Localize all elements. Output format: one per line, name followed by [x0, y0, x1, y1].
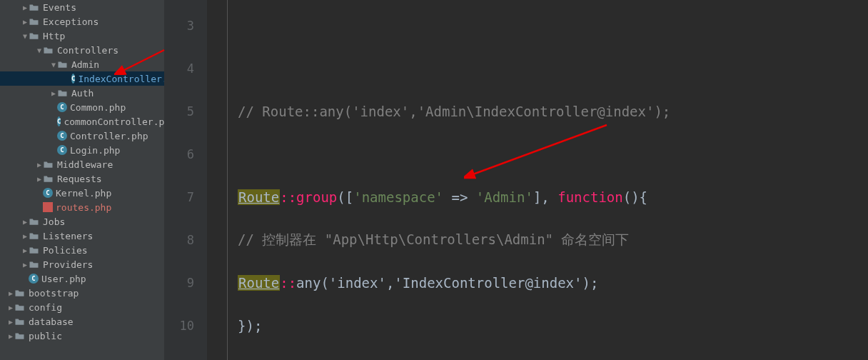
folder-icon [14, 302, 26, 312]
project-tree[interactable]: ▶ Events ▶ Exceptions ▼ Http ▼ Controlle… [0, 0, 164, 360]
folder-icon [29, 259, 40, 269]
tree-row-controllers[interactable]: ▼ Controllers [0, 43, 164, 57]
token-route: Route [238, 275, 280, 291]
token-tail: (){ [623, 189, 647, 205]
token-route: Route [238, 189, 280, 205]
tree-label: Providers [43, 259, 93, 270]
tree-label: config [29, 302, 62, 313]
chevron-right-icon: ▶ [21, 246, 29, 254]
line-number: 10 [164, 304, 194, 347]
code-line-5[interactable]: // Route::any('index','Admin\IndexContro… [228, 90, 868, 133]
tree-label: Kernel.php [56, 188, 111, 199]
code-line-7[interactable]: Route::group(['namespace' => 'Admin'], f… [228, 176, 868, 219]
folder-icon [14, 316, 26, 326]
tree-label: Jobs [43, 216, 65, 227]
tree-label: Common.php [70, 102, 126, 113]
token-nskey: 'namespace' [353, 189, 443, 205]
chevron-right-icon: ▶ [36, 175, 43, 183]
tree-row-user[interactable]: C User.php [0, 271, 164, 286]
tree-label: routes.php [56, 202, 111, 213]
folder-icon [29, 216, 40, 226]
tree-label: Middleware [57, 159, 113, 170]
token-nsval: 'Admin' [476, 189, 533, 205]
php-class-icon: C [57, 145, 67, 155]
php-class-icon: C [57, 116, 61, 126]
code-area[interactable]: // Route::any('index','Admin\IndexContro… [227, 0, 868, 360]
token-close: }); [238, 318, 262, 334]
line-gutter: 3 4 5 6 7 8 9 10 [164, 0, 207, 360]
folder-icon [29, 31, 40, 41]
tree-label: database [29, 316, 74, 327]
tree-label: Controllers [57, 45, 118, 56]
tree-row-jobs[interactable]: ▶ Jobs [0, 214, 164, 229]
code-line-6[interactable] [228, 133, 868, 176]
tree-row-login[interactable]: C Login.php [0, 143, 164, 157]
tree-label: Events [43, 2, 76, 13]
code-editor[interactable]: 3 4 5 6 7 8 9 10 // Route::any('index','… [164, 0, 868, 360]
tree-row-kernel[interactable]: C Kernel.php [0, 186, 164, 200]
chevron-right-icon: ▶ [21, 18, 29, 26]
tree-row-middleware[interactable]: ▶ Middleware [0, 157, 164, 171]
tree-row-http[interactable]: ▼ Http [0, 29, 164, 43]
tree-row-admin[interactable]: ▼ Admin [0, 57, 164, 71]
token-group: group [296, 189, 337, 205]
tree-row-policies[interactable]: ▶ Policies [0, 243, 164, 257]
folder-icon [29, 2, 40, 12]
tree-row-auth[interactable]: ▶ Auth [0, 86, 164, 100]
code-line-3[interactable] [228, 4, 868, 47]
code-line-8[interactable]: // 控制器在 "App\Http\Controllers\Admin" 命名空… [228, 219, 868, 261]
chevron-right-icon: ▶ [7, 318, 14, 326]
tree-row-database[interactable]: ▶ database [0, 314, 164, 329]
tree-label: public [29, 331, 62, 341]
tree-row-common[interactable]: C Common.php [0, 100, 164, 114]
php-class-icon: C [29, 274, 39, 284]
chevron-down-icon: ▼ [36, 46, 43, 54]
tree-label: User.php [41, 274, 86, 284]
chevron-right-icon: ▶ [7, 289, 14, 297]
line-number: 4 [164, 47, 194, 90]
tree-row-events[interactable]: ▶ Events [0, 0, 164, 14]
chevron-right-icon: ▶ [21, 261, 29, 269]
line-number: 9 [164, 261, 194, 304]
tree-row-routes[interactable]: routes.php [0, 200, 164, 214]
folder-icon [29, 231, 40, 241]
tree-label: bootstrap [29, 288, 79, 299]
tree-row-bootstrap[interactable]: ▶ bootstrap [0, 286, 164, 300]
code-comment: // 控制器在 "App\Http\Controllers\Admin" 命名空… [238, 231, 630, 249]
tree-row-commoncontroller[interactable]: C commonController.p [0, 114, 164, 129]
tree-row-requests[interactable]: ▶ Requests [0, 171, 164, 186]
tree-row-config[interactable]: ▶ config [0, 300, 164, 314]
php-class-icon: C [57, 131, 67, 141]
tree-label: Policies [43, 245, 88, 256]
tree-label: Http [43, 31, 65, 41]
chevron-right-icon: ▶ [36, 161, 43, 169]
tree-label: Auth [71, 88, 94, 99]
folder-icon [29, 16, 40, 26]
tree-row-public[interactable]: ▶ public [0, 329, 164, 343]
tree-row-listeners[interactable]: ▶ Listeners [0, 229, 164, 243]
code-line-10[interactable]: }); [228, 304, 868, 347]
tree-row-exceptions[interactable]: ▶ Exceptions [0, 14, 164, 29]
token-open: ([ [337, 189, 353, 205]
code-line-9[interactable]: Route::any('index','IndexController@inde… [228, 261, 868, 304]
tree-label: Requests [57, 174, 102, 184]
tree-row-controller[interactable]: C Controller.php [0, 129, 164, 143]
code-line-4[interactable] [228, 47, 868, 90]
line-number: 7 [164, 176, 194, 219]
tree-label: Controller.php [70, 131, 148, 141]
folder-icon [14, 288, 26, 298]
php-class-icon: C [57, 102, 67, 112]
line-number: 5 [164, 90, 194, 133]
tree-label: Admin [71, 59, 99, 70]
tree-row-providers[interactable]: ▶ Providers [0, 257, 164, 271]
tree-row-indexcontroller[interactable]: C IndexController.p [0, 71, 164, 86]
chevron-right-icon: ▶ [21, 218, 29, 226]
chevron-right-icon: ▶ [7, 332, 14, 340]
chevron-right-icon: ▶ [50, 89, 57, 97]
folder-icon [57, 59, 69, 69]
folder-icon [43, 45, 54, 55]
line-number: 3 [164, 4, 194, 47]
tree-label: Exceptions [43, 16, 99, 27]
line-number: 6 [164, 133, 194, 176]
tree-label: IndexController.p [78, 74, 164, 84]
